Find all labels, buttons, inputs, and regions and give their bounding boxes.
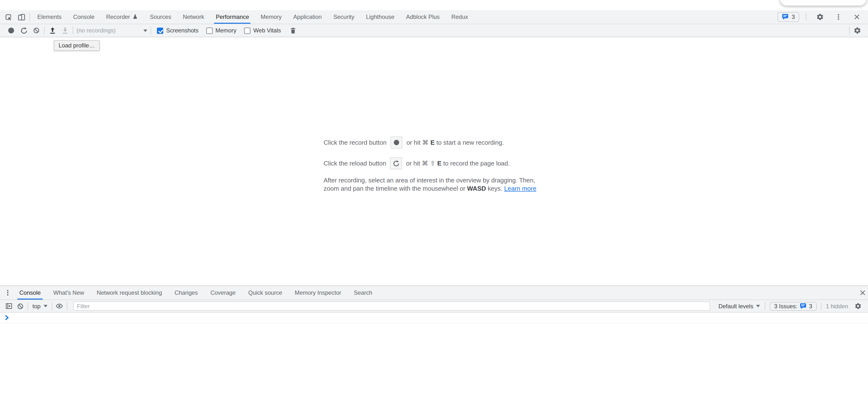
drawer-menu-button[interactable]	[2, 286, 13, 300]
tab-performance[interactable]: Performance	[210, 10, 255, 24]
close-devtools-button[interactable]	[850, 13, 863, 20]
tab-redux[interactable]: Redux	[445, 10, 474, 24]
recordings-select[interactable]: (no recordings)	[76, 27, 147, 34]
drawer-tab-quick-source[interactable]: Quick source	[242, 286, 288, 300]
chevron-down-icon	[144, 29, 147, 32]
tab-lighthouse[interactable]: Lighthouse	[360, 10, 400, 24]
top-strip	[0, 0, 868, 10]
drawer-tab-coverage[interactable]: Coverage	[204, 286, 242, 300]
learn-more-link[interactable]: Learn more	[504, 184, 536, 192]
tab-label: Security	[333, 13, 354, 20]
tab-memory[interactable]: Memory	[255, 10, 287, 24]
clear-console-button[interactable]	[14, 301, 26, 312]
devtools-window: Elements Console Recorder Sources Networ…	[0, 0, 868, 406]
chevron-down-icon	[43, 305, 47, 307]
drawer-tab-changes[interactable]: Changes	[168, 286, 204, 300]
tab-application[interactable]: Application	[287, 10, 328, 24]
web-vitals-checkbox[interactable]	[244, 27, 250, 34]
record-icon	[8, 28, 14, 33]
more-options-button[interactable]	[832, 13, 845, 20]
tab-network[interactable]: Network	[177, 10, 210, 24]
memory-checkbox[interactable]	[206, 27, 212, 34]
save-profile-button[interactable]	[59, 25, 71, 36]
hint-text: or hit	[406, 139, 422, 146]
create-live-expression-button[interactable]	[54, 301, 65, 312]
tab-label: Application	[293, 13, 321, 20]
drawer-tab-memory-inspector[interactable]: Memory Inspector	[288, 286, 347, 300]
reload-hint-row: Click the reload button or hit ⌘⇧E to re…	[323, 157, 545, 169]
clear-recording-button[interactable]	[30, 25, 42, 36]
memory-label: Memory	[215, 27, 237, 34]
close-icon	[859, 290, 866, 296]
web-vitals-checkbox-group[interactable]: Web Vitals	[244, 27, 281, 34]
drawer-tab-network-request-blocking[interactable]: Network request blocking	[90, 286, 168, 300]
tab-console[interactable]: Console	[67, 10, 100, 24]
console-output-area	[0, 323, 868, 405]
shift-key-symbol: ⇧	[430, 160, 435, 167]
screenshots-checkbox[interactable]	[157, 27, 163, 34]
tab-label: Recorder	[106, 13, 130, 20]
screenshots-label: Screenshots	[166, 27, 198, 34]
issues-bubble-icon	[782, 13, 789, 20]
hidden-messages-label[interactable]: 1 hidden	[826, 303, 848, 309]
divider	[765, 302, 765, 310]
upload-icon	[49, 27, 56, 34]
load-profile-tooltip: Load profile…	[54, 40, 99, 51]
tab-label: Console	[20, 290, 41, 296]
e-key: E	[430, 139, 434, 146]
reload-icon	[393, 160, 400, 167]
tab-sources[interactable]: Sources	[144, 10, 177, 24]
issues-badge[interactable]: 3	[778, 12, 799, 22]
tab-label: Network	[183, 13, 204, 20]
console-sidebar-toggle-button[interactable]	[3, 301, 14, 312]
issues-counter-button[interactable]: 3 Issues: 3	[770, 302, 816, 310]
gear-icon	[816, 13, 824, 21]
tab-label: Elements	[37, 13, 62, 20]
memory-checkbox-group[interactable]: Memory	[206, 27, 237, 34]
performance-panel-content: Load profile… Click the record button or…	[0, 37, 868, 285]
hint-text: to record the page load.	[441, 160, 510, 167]
divider	[67, 302, 67, 310]
capture-settings-button[interactable]	[851, 25, 864, 36]
device-toolbar-icon	[18, 13, 25, 21]
eye-icon	[56, 302, 63, 310]
console-prompt[interactable]	[0, 313, 868, 323]
reload-icon	[20, 27, 27, 34]
record-button[interactable]	[5, 25, 18, 36]
tab-adblock-plus[interactable]: Adblock Plus	[400, 10, 445, 24]
drawer-tab-whats-new[interactable]: What's New	[47, 286, 90, 300]
browser-popup-remnant	[780, 0, 867, 6]
javascript-context-select[interactable]: top	[32, 303, 47, 309]
tab-recorder[interactable]: Recorder	[100, 10, 144, 24]
load-profile-button[interactable]	[46, 25, 59, 36]
context-select-value: top	[32, 303, 40, 309]
divider	[151, 27, 151, 34]
log-levels-select[interactable]: Default levels	[718, 303, 760, 309]
gear-icon	[854, 27, 861, 34]
gear-icon	[854, 302, 862, 310]
reload-and-record-button[interactable]	[18, 25, 30, 36]
tab-label: What's New	[53, 290, 84, 296]
settings-button[interactable]	[813, 13, 826, 21]
inspect-cursor-icon	[5, 13, 12, 21]
kebab-menu-icon	[835, 13, 842, 20]
console-settings-button[interactable]	[852, 301, 864, 312]
garbage-collect-button[interactable]	[287, 25, 299, 36]
tabbar-right-controls: 3	[778, 10, 868, 24]
inspect-element-button[interactable]	[2, 10, 15, 24]
sidebar-toggle-icon	[5, 302, 12, 310]
record-button-illustration	[391, 136, 403, 148]
screenshots-checkbox-group[interactable]: Screenshots	[157, 27, 198, 34]
drawer-tab-search[interactable]: Search	[347, 286, 378, 300]
tab-elements[interactable]: Elements	[31, 10, 67, 24]
close-drawer-button[interactable]	[857, 286, 868, 300]
tab-label: Sources	[150, 13, 171, 20]
tab-security[interactable]: Security	[328, 10, 360, 24]
console-filter-input[interactable]	[73, 302, 710, 311]
tab-label: Memory	[260, 13, 282, 20]
download-icon	[61, 27, 68, 34]
drawer-tab-console[interactable]: Console	[13, 286, 47, 300]
device-toolbar-button[interactable]	[15, 10, 28, 24]
reload-hint-suffix: or hit ⌘⇧E to record the page load.	[406, 160, 510, 167]
performance-toolbar: (no recordings) Screenshots Memory Web V…	[0, 24, 868, 37]
